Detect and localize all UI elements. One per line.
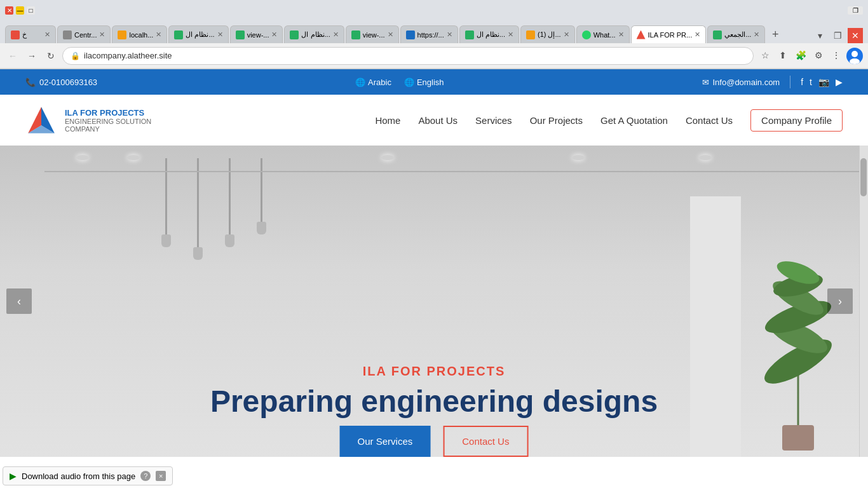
social-icons: f t 📷 ▶ — [801, 77, 843, 87]
tab-favicon-ila — [637, 30, 646, 39]
tab-favicon-6 — [290, 30, 299, 39]
tab-close-whatsapp[interactable]: ✕ — [618, 30, 624, 39]
hero-prev-button[interactable]: ‹ — [6, 288, 32, 314]
restore-button[interactable]: ❐ — [830, 28, 845, 43]
forward-button[interactable]: → — [24, 48, 39, 64]
hero-section: ‹ › ILA FOR PROJECTS Preparing engineeri… — [0, 146, 868, 457]
pendant-head-4 — [257, 222, 266, 234]
address-actions: ☆ ⬆ 🧩 ⚙ ⋮ — [757, 48, 863, 64]
svg-rect-5 — [782, 425, 814, 451]
window-minimize-button[interactable]: — — [16, 6, 24, 15]
tab-favicon-10 — [526, 30, 535, 39]
navbar: ILA FOR PROJECTS ENGINEERING SOLUTION CO… — [0, 95, 868, 146]
profile-button[interactable]: ⚙ — [811, 48, 826, 63]
tab-close-7[interactable]: ✕ — [388, 30, 393, 39]
pendant-head-1 — [161, 234, 171, 247]
facebook-icon[interactable]: f — [801, 77, 803, 87]
email-icon: ✉ — [702, 78, 709, 87]
svg-point-0 — [851, 51, 858, 57]
tab-8[interactable]: https://... ✕ — [400, 25, 458, 43]
youtube-icon[interactable]: ▶ — [836, 77, 843, 87]
contact-us-button[interactable]: Contact Us — [443, 426, 528, 457]
bookmark-button[interactable]: ☆ — [757, 48, 773, 63]
instagram-icon[interactable]: 📷 — [818, 77, 829, 87]
tab-4[interactable]: نظام ال... ✕ — [168, 25, 228, 43]
title-bar-left: ✕ — □ — [5, 6, 40, 15]
twitter-icon[interactable]: t — [810, 77, 812, 87]
globe-icon-ar: 🌐 — [355, 78, 365, 87]
back-button[interactable]: ← — [5, 48, 20, 64]
nav-contact[interactable]: Contact Us — [686, 115, 733, 126]
tab-10[interactable]: إل (1)... ✕ — [520, 25, 575, 43]
spotlight-3 — [381, 155, 394, 160]
tab-close-ila[interactable]: ✕ — [695, 30, 700, 39]
extensions-button[interactable]: 🧩 — [793, 48, 808, 63]
tab-close-2[interactable]: ✕ — [99, 30, 105, 39]
scrollbar[interactable] — [859, 146, 868, 457]
tab-ila[interactable]: ILA FOR PR... ✕ — [631, 25, 707, 43]
tab-title-10: إل (1)... — [538, 30, 561, 39]
tab-close-13[interactable]: ✕ — [754, 30, 759, 39]
tab-whatsapp[interactable]: What... ✕ — [576, 25, 630, 43]
hero-next-button[interactable]: › — [827, 288, 853, 314]
tab-5[interactable]: view-... ✕ — [230, 25, 283, 43]
our-services-button[interactable]: Our Services — [340, 426, 431, 457]
tab-close-3[interactable]: ✕ — [156, 30, 161, 39]
tab-close-1[interactable]: ✕ — [44, 30, 50, 39]
window-restore-button[interactable]: ❐ — [848, 6, 863, 15]
user-avatar[interactable] — [846, 48, 863, 64]
nav-home[interactable]: Home — [375, 115, 400, 126]
tab-6[interactable]: نظام ال... ✕ — [284, 25, 344, 43]
nav-services[interactable]: Services — [475, 115, 512, 126]
nav-about[interactable]: About Us — [418, 115, 458, 126]
nav-projects[interactable]: Our Projects — [530, 115, 583, 126]
logo-text: ILA FOR PROJECTS ENGINEERING SOLUTION CO… — [65, 108, 151, 133]
tab-favicon-9 — [465, 30, 474, 39]
tab-3[interactable]: localh... ✕ — [112, 25, 167, 43]
pendant-head-2 — [193, 247, 203, 260]
divider — [790, 76, 790, 88]
scrollbar-thumb[interactable] — [860, 158, 867, 196]
tab-13[interactable]: الجمعي... ✕ — [707, 25, 765, 43]
company-profile-button[interactable]: Company Profile — [750, 109, 843, 132]
refresh-button[interactable]: ↻ — [43, 48, 58, 64]
share-button[interactable]: ⬆ — [775, 48, 790, 63]
english-label: English — [417, 78, 444, 87]
tab-title-13: الجمعي... — [724, 30, 751, 39]
tab-9[interactable]: نظام ال... ✕ — [459, 25, 519, 43]
tab-favicon-1 — [11, 30, 20, 39]
address-text: ilacompany.alatheer.site — [84, 51, 172, 60]
topbar-email: ✉ Info@domain.com — [702, 78, 780, 87]
lock-icon: 🔒 — [71, 51, 80, 60]
nav-quotation[interactable]: Get A Quotation — [600, 115, 668, 126]
language-english[interactable]: 🌐 English — [404, 78, 444, 87]
new-tab-button[interactable]: + — [766, 25, 784, 43]
download-close-button[interactable]: × — [156, 471, 166, 481]
website-content: 📞 02-0100693163 🌐 Arabic 🌐 English ✉ Inf… — [0, 69, 868, 457]
tab-title-whatsapp: What... — [593, 31, 616, 39]
address-input[interactable]: 🔒 ilacompany.alatheer.site — [62, 47, 754, 65]
tab-title-8: https://... — [417, 31, 444, 39]
tab-close-9[interactable]: ✕ — [508, 30, 513, 39]
window-close-button[interactable]: ✕ — [5, 6, 13, 15]
language-arabic[interactable]: 🌐 Arabic — [355, 78, 391, 87]
tab-close-4[interactable]: ✕ — [217, 30, 223, 39]
settings-button[interactable]: ⋮ — [829, 48, 844, 63]
address-bar: ← → ↻ 🔒 ilacompany.alatheer.site ☆ ⬆ 🧩 ⚙… — [0, 43, 868, 69]
tab-title-9: نظام ال... — [477, 30, 505, 39]
tab-list-button[interactable]: ▾ — [812, 28, 827, 43]
tab-close-8[interactable]: ✕ — [447, 30, 452, 39]
plant-container — [728, 234, 868, 457]
tab-favicon-8 — [406, 30, 415, 39]
tab-1[interactable]: خ ✕ — [5, 25, 56, 43]
nav-links: Home About Us Services Our Projects Get … — [375, 109, 843, 132]
download-help-button[interactable]: ? — [140, 471, 151, 481]
tab-2[interactable]: Centr... ✕ — [57, 25, 111, 43]
tab-7[interactable]: view-... ✕ — [346, 25, 399, 43]
tab-close-10[interactable]: ✕ — [564, 30, 569, 39]
tab-close-6[interactable]: ✕ — [333, 30, 339, 39]
pendant-head-3 — [225, 234, 234, 247]
tab-close-5[interactable]: ✕ — [271, 30, 277, 39]
browser-close-button[interactable]: ✕ — [848, 28, 863, 43]
window-maximize-button[interactable]: □ — [27, 6, 35, 15]
